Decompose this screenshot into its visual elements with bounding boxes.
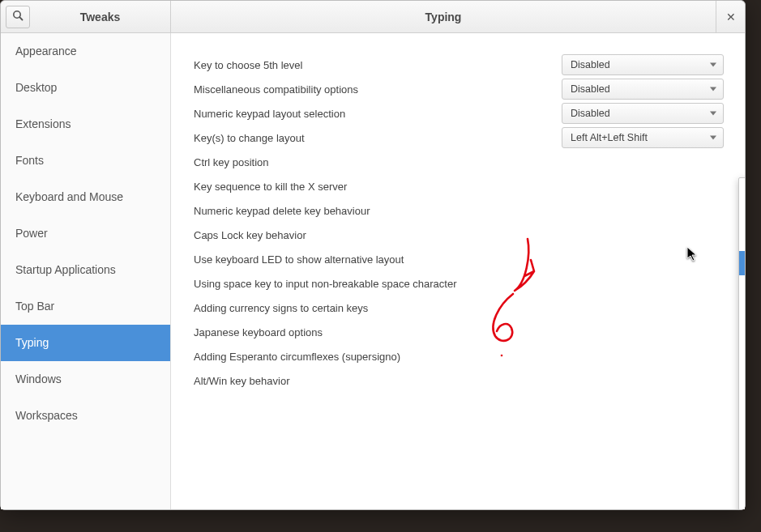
setting-label: Key sequence to kill the X server [194, 181, 724, 193]
page-title: Typing [171, 1, 716, 32]
setting-row: Numeric keypad layout selectionDisabled [194, 101, 724, 126]
setting-label: Caps Lock key behavior [194, 229, 724, 241]
setting-label: Key(s) to change layout [194, 132, 562, 144]
setting-row: Numeric keypad delete key behaviour [194, 198, 724, 223]
setting-row: Key(s) to change layoutLeft Alt+Left Shi… [194, 126, 724, 150]
setting-row: Ctrl key position [194, 150, 724, 174]
setting-label: Miscellaneous compatibility options [194, 83, 562, 96]
setting-row: Using space key to input non-breakable s… [194, 271, 724, 296]
sidebar-item-top-bar[interactable]: Top Bar [1, 288, 170, 325]
dropdown-option[interactable]: Make Caps Lock an additional … [739, 202, 745, 227]
sidebar-item-workspaces[interactable]: Workspaces [1, 398, 170, 434]
setting-label: Use keyboard LED to show alternative lay… [194, 253, 724, 266]
dropdown-option[interactable]: Make Caps Lock an additional … [739, 251, 745, 275]
dropdown-option[interactable]: Make Caps Lock an additional … [739, 275, 745, 300]
capslock-behavior-dropdown[interactable]: DisabledMake Caps Lock an additional …Ca… [738, 177, 745, 509]
setting-dropdown[interactable]: Left Alt+Left Shift [562, 127, 724, 148]
dropdown-option[interactable]: Caps Lock toggles normal capi… [739, 227, 745, 251]
dropdown-option[interactable]: Caps Lock uses internal capital… [739, 348, 745, 372]
settings-list: Key to choose 5th levelDisabledMiscellan… [194, 53, 724, 393]
app-title: Tweaks [30, 11, 170, 23]
setting-label: Ctrl key position [194, 156, 724, 168]
sidebar-item-windows[interactable]: Windows [1, 361, 170, 398]
setting-dropdown[interactable]: Disabled [562, 79, 724, 100]
close-icon: ✕ [726, 11, 736, 23]
search-button[interactable] [6, 6, 30, 28]
setting-row: Alt/Win key behavior [194, 368, 724, 393]
setting-label: Adding Esperanto circumflexes (supersign… [194, 351, 724, 363]
setting-row: Japanese keyboard options [194, 320, 724, 344]
setting-row: Key sequence to kill the X server [194, 174, 724, 198]
sidebar-item-extensions[interactable]: Extensions [1, 106, 170, 143]
setting-label: Numeric keypad delete key behaviour [194, 205, 724, 217]
dropdown-option[interactable]: Caps Lock toggles Shift so all … [739, 445, 745, 470]
sidebar-item-power[interactable]: Power [1, 215, 170, 252]
setting-label: Alt/Win key behavior [194, 375, 724, 387]
tweaks-window: Tweaks Typing ✕ AppearanceDesktopExtensi… [0, 0, 746, 510]
titlebar-left: Tweaks [1, 1, 171, 32]
window-body: AppearanceDesktopExtensionsFontsKeyboard… [1, 33, 745, 509]
setting-dropdown[interactable]: Disabled [562, 103, 724, 124]
setting-row: Use keyboard LED to show alternative lay… [194, 247, 724, 271]
dropdown-option[interactable]: Caps Lock uses internal capital… [739, 324, 745, 348]
setting-dropdown[interactable]: Disabled [562, 54, 724, 75]
content-area: Key to choose 5th levelDisabledMiscellan… [171, 33, 745, 509]
sidebar-item-appearance[interactable]: Appearance [1, 33, 170, 70]
search-icon [12, 10, 24, 24]
setting-row: Adding currency signs to certain keys [194, 296, 724, 320]
setting-label: Key to choose 5th level [194, 59, 562, 71]
setting-row: Caps Lock key behavior [194, 223, 724, 247]
setting-row: Adding Esperanto circumflexes (supersign… [194, 344, 724, 368]
dropdown-option[interactable]: Make Caps Lock an additional … [739, 397, 745, 421]
setting-label: Japanese keyboard options [194, 326, 724, 338]
setting-label: Adding currency signs to certain keys [194, 302, 724, 314]
dropdown-option[interactable]: Make Caps Lock an additional … [739, 300, 745, 324]
sidebar-item-keyboard-and-mouse[interactable]: Keyboard and Mouse [1, 179, 170, 215]
dropdown-option[interactable]: Make Caps Lock an additional … [739, 494, 745, 509]
sidebar-item-typing[interactable]: Typing [1, 325, 170, 361]
titlebar: Tweaks Typing ✕ [1, 1, 745, 33]
setting-row: Miscellaneous compatibility optionsDisab… [194, 77, 724, 101]
sidebar-item-fonts[interactable]: Fonts [1, 143, 170, 179]
dropdown-option[interactable]: Disabled [739, 178, 745, 202]
svg-line-1 [19, 17, 22, 19]
dropdown-option[interactable]: Caps Lock is disabled [739, 372, 745, 397]
sidebar: AppearanceDesktopExtensionsFontsKeyboard… [1, 33, 171, 509]
sidebar-item-desktop[interactable]: Desktop [1, 70, 170, 106]
setting-label: Numeric keypad layout selection [194, 108, 562, 120]
dropdown-option[interactable]: Caps Lock acts as Shift with loc… [739, 470, 745, 494]
setting-row: Key to choose 5th levelDisabled [194, 53, 724, 77]
dropdown-option[interactable]: Caps Lock acts as Shift with loc… [739, 421, 745, 445]
sidebar-item-startup-applications[interactable]: Startup Applications [1, 252, 170, 288]
close-button[interactable]: ✕ [716, 1, 745, 32]
setting-label: Using space key to input non-breakable s… [194, 278, 724, 290]
